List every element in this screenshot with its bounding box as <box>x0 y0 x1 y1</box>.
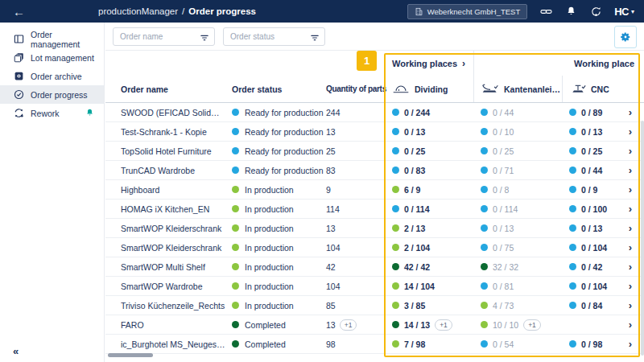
sidebar-item-order-progress[interactable]: Order progress <box>0 85 104 104</box>
progress-dot <box>481 167 488 174</box>
workplace-cell: 0 / 114 <box>473 204 562 214</box>
back-arrow-icon[interactable]: ← <box>13 0 25 23</box>
workplace-cell: 0 / 104 <box>562 243 618 253</box>
table-row[interactable]: TopSolid Hotel Furniture Ready for produ… <box>105 142 644 161</box>
progress-value: 0 / 13 <box>493 224 514 233</box>
table-row[interactable]: Highboard In production 9 6 / 9 0 / 8 0 … <box>105 180 644 200</box>
filter-icon[interactable] <box>310 31 320 46</box>
quantity-value: 42 <box>326 262 336 272</box>
annotation-number-badge: 1 <box>357 51 377 71</box>
status-dot <box>232 147 239 154</box>
working-places-group-header[interactable]: Working places › <box>385 51 473 76</box>
row-chevron-icon[interactable]: › <box>618 241 642 253</box>
bell-icon[interactable] <box>564 5 577 18</box>
link-icon[interactable] <box>539 5 552 18</box>
sync-user-icon[interactable] <box>589 5 602 18</box>
progress-dot <box>392 186 399 193</box>
order-status-cell: In production <box>232 301 326 311</box>
order-name-filter[interactable] <box>113 27 215 46</box>
rework-notification-bell-icon[interactable] <box>85 108 94 119</box>
workplace-cell: 0 / 44 <box>562 166 618 175</box>
row-chevron-icon[interactable]: › <box>618 261 642 273</box>
quantity-cell: 85 <box>326 301 385 311</box>
order-status-filter[interactable] <box>223 27 325 46</box>
order-name: FARO <box>121 320 232 330</box>
status-label: In production <box>245 224 294 233</box>
table-row[interactable]: SmartWOP Multi Shelf In production 42 42… <box>105 257 644 277</box>
order-status-cell: In production <box>232 224 326 233</box>
table-row[interactable]: FARO Completed 13 +1 14 / 13 +1 10 / 10 … <box>105 315 644 335</box>
progress-dot <box>392 244 399 251</box>
row-chevron-icon[interactable]: › <box>618 164 642 176</box>
progress-value: 0 / 44 <box>581 166 602 175</box>
progress-value: 32 / 32 <box>493 262 518 272</box>
sidebar-collapse-button[interactable]: « <box>13 345 19 357</box>
table-row[interactable]: SWOOD (EFICAD SolidWorks) - ... Ready fo… <box>105 103 644 122</box>
horizontal-scrollbar[interactable] <box>108 353 153 357</box>
order-status-cell: Completed <box>232 339 326 349</box>
progress-dot <box>392 321 399 328</box>
sidebar-item-rework[interactable]: Rework <box>0 104 104 122</box>
workplace-cell: 0 / 42 <box>562 262 618 272</box>
order-name: TrunCAD Wardrobe <box>121 166 232 175</box>
table-settings-button[interactable] <box>614 26 637 48</box>
homag-logo-menu[interactable]: HC ▾ <box>614 6 634 18</box>
table-row[interactable]: Test-Schrank-1 - Kopie Ready for product… <box>105 122 644 142</box>
company-name: Weberknecht GmbH_TEST <box>427 7 520 16</box>
progress-value: 0 / 9 <box>581 185 597 195</box>
order-progress-icon <box>13 89 24 101</box>
sidebar-item-order-archive[interactable]: Order archive <box>0 67 104 85</box>
status-label: In production <box>245 185 294 195</box>
status-label: Ready for production <box>245 166 323 175</box>
breadcrumb-app[interactable]: productionManager <box>98 6 178 16</box>
machine-header-cnc[interactable]: CNC <box>562 76 644 102</box>
working-place-label: Working place <box>574 59 634 68</box>
row-chevron-icon[interactable]: › <box>618 106 642 118</box>
table-row[interactable]: SmartWOP Kleiderschrank In production 10… <box>105 238 644 257</box>
workplace-cell: 3 / 85 <box>385 301 473 311</box>
row-chevron-icon[interactable]: › <box>618 203 642 215</box>
progress-dot <box>569 244 576 251</box>
table-row[interactable]: Triviso Küchenzeile_Rechts In production… <box>105 296 644 315</box>
quantity-badge: +1 <box>340 319 357 331</box>
status-dot <box>232 109 239 116</box>
quantity-cell: 104 <box>326 243 385 253</box>
sidebar-item-label: Lot management <box>31 53 94 63</box>
working-places-label: Working places <box>392 59 457 68</box>
company-selector-button[interactable]: Weberknecht GmbH_TEST <box>407 4 527 19</box>
table-row[interactable]: ic_Burghotel MS_Neugestaltung_... Comple… <box>105 335 644 354</box>
order-status-cell: Ready for production <box>232 166 326 175</box>
progress-dot <box>481 186 488 193</box>
sidebar-item-order-management[interactable]: Order management <box>0 30 104 48</box>
row-chevron-icon[interactable]: › <box>618 319 642 331</box>
row-chevron-icon[interactable]: › <box>618 299 642 311</box>
progress-dot <box>569 128 576 135</box>
order-name: ic_Burghotel MS_Neugestaltung_... <box>121 339 232 349</box>
sidebar-item-lot-management[interactable]: Lot management <box>0 48 104 67</box>
quantity-value: 104 <box>326 282 341 291</box>
workplace-cell: 0 / 54 <box>473 339 562 349</box>
table-row[interactable]: HOMAG iX Kitchen_EN In production 114 0 … <box>105 200 644 219</box>
progress-value: 14 / 104 <box>404 282 435 291</box>
progress-dot <box>392 302 399 309</box>
machine-header-dividing[interactable]: Dividing <box>385 76 473 102</box>
order-name: TopSolid Hotel Furniture <box>121 146 232 156</box>
machine-header-edgebander[interactable]: Kantenanleime... <box>473 76 562 102</box>
table-row[interactable]: TrunCAD Wardrobe Ready for production 83… <box>105 161 644 180</box>
progress-dot <box>481 205 488 212</box>
filter-icon[interactable] <box>200 31 209 46</box>
row-chevron-icon[interactable]: › <box>618 280 642 292</box>
progress-value: 0 / 13 <box>404 127 425 137</box>
order-name: Test-Schrank-1 - Kopie <box>121 127 232 137</box>
table-row[interactable]: SmartWOP Wardrobe In production 104 14 /… <box>105 277 644 296</box>
sidebar-item-label: Rework <box>31 109 60 118</box>
dividing-saw-icon <box>392 84 410 94</box>
row-chevron-icon[interactable]: › <box>618 145 642 157</box>
table-row[interactable]: SmartWOP Kleiderschrank In production 13… <box>105 219 644 238</box>
vertical-scrollbar[interactable] <box>641 121 644 356</box>
status-label: Ready for production <box>245 127 323 137</box>
row-chevron-icon[interactable]: › <box>618 125 642 138</box>
row-chevron-icon[interactable]: › <box>618 338 642 350</box>
row-chevron-icon[interactable]: › <box>618 183 642 195</box>
row-chevron-icon[interactable]: › <box>618 222 642 234</box>
